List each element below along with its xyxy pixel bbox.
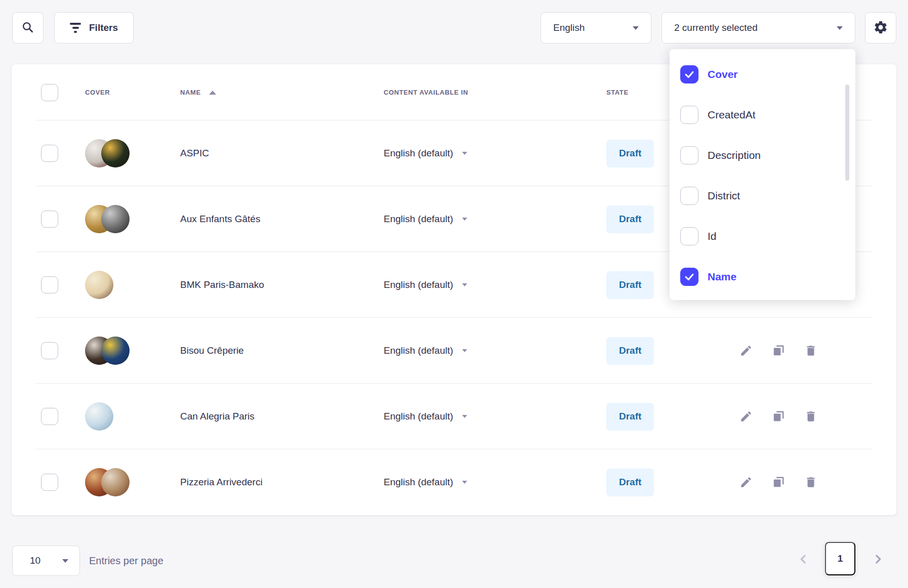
edit-button[interactable]: [739, 344, 753, 357]
copy-icon: [772, 410, 785, 423]
search-button[interactable]: [12, 12, 44, 44]
row-locale-value: English (default): [384, 279, 453, 290]
column-option[interactable]: Description: [670, 135, 855, 176]
select-all-checkbox[interactable]: [41, 84, 58, 101]
column-option[interactable]: Name: [670, 257, 855, 297]
column-option-checkbox[interactable]: [680, 227, 698, 245]
column-option-label: Description: [708, 149, 761, 161]
row-checkbox[interactable]: [41, 474, 58, 491]
row-actions: [733, 410, 896, 423]
row-checkbox[interactable]: [41, 276, 58, 293]
row-locale-value: English (default): [384, 345, 453, 356]
delete-button[interactable]: [804, 344, 817, 357]
search-icon: [21, 21, 34, 35]
entries-per-page-value: 10: [30, 555, 40, 566]
gear-icon: [873, 20, 888, 36]
copy-icon: [772, 344, 785, 357]
row-locale-select[interactable]: English (default): [384, 279, 606, 290]
column-visibility-select[interactable]: 2 currently selected: [662, 12, 855, 44]
entries-per-page-select[interactable]: 10: [12, 545, 80, 576]
row-checkbox[interactable]: [41, 145, 58, 162]
cover-avatars: [58, 468, 180, 496]
row-locale-select[interactable]: English (default): [384, 477, 606, 488]
row-locale-value: English (default): [384, 214, 453, 225]
column-visibility-dropdown: Cover CreatedAt Description District: [670, 49, 855, 300]
delete-button[interactable]: [804, 476, 817, 489]
filters-button[interactable]: Filters: [54, 12, 134, 44]
column-option-checkbox[interactable]: [680, 65, 698, 83]
chevron-down-icon: [462, 152, 467, 155]
status-badge: Draft: [606, 205, 654, 233]
cover-avatars: [58, 139, 180, 167]
table-row: Can Alegria Paris English (default) Draf…: [12, 384, 896, 449]
copy-icon: [772, 476, 785, 489]
edit-button[interactable]: [739, 476, 753, 489]
chevron-down-icon: [462, 415, 467, 418]
chevron-down-icon: [62, 559, 68, 563]
column-header-cover[interactable]: COVER: [85, 89, 110, 96]
row-locale-value: English (default): [384, 411, 453, 422]
duplicate-button[interactable]: [772, 476, 785, 489]
next-page-button[interactable]: [871, 552, 886, 567]
column-option-label: CreatedAt: [708, 109, 756, 121]
column-option-checkbox[interactable]: [680, 146, 698, 164]
chevron-down-icon: [462, 218, 467, 221]
row-locale-select[interactable]: English (default): [384, 345, 606, 356]
column-option-label: Cover: [708, 68, 738, 80]
row-checkbox[interactable]: [41, 408, 58, 425]
dropdown-scrollbar[interactable]: [845, 85, 849, 181]
chevron-down-icon: [462, 481, 467, 484]
row-checkbox[interactable]: [41, 211, 58, 228]
duplicate-button[interactable]: [772, 344, 785, 357]
row-locale-value: English (default): [384, 477, 453, 488]
row-locale-select[interactable]: English (default): [384, 411, 606, 422]
row-actions: [733, 476, 896, 489]
pencil-icon: [739, 344, 753, 357]
cover-avatars: [58, 402, 180, 431]
locale-select[interactable]: English: [541, 12, 651, 44]
pencil-icon: [739, 476, 753, 489]
column-option[interactable]: Cover: [670, 54, 855, 95]
column-option[interactable]: CreatedAt: [670, 95, 855, 135]
chevron-right-icon: [871, 561, 886, 568]
table-row: Pizzeria Arrivederci English (default) D…: [12, 449, 896, 515]
column-option-checkbox[interactable]: [680, 187, 698, 205]
row-name: Bisou Crêperie: [180, 345, 384, 356]
cover-avatars: [58, 205, 180, 233]
page-number: 1: [838, 553, 843, 564]
column-option[interactable]: Id: [670, 216, 855, 257]
chevron-down-icon: [633, 26, 639, 30]
column-option[interactable]: District: [670, 176, 855, 216]
cover-avatar: [101, 468, 130, 496]
edit-button[interactable]: [739, 410, 753, 423]
entries-per-page-label: Entries per page: [89, 545, 163, 576]
column-header-content-available-in[interactable]: CONTENT AVAILABLE IN: [384, 89, 606, 96]
sort-ascending-icon[interactable]: [209, 91, 216, 95]
cover-avatars: [58, 271, 180, 299]
column-option-label: District: [708, 190, 740, 202]
duplicate-button[interactable]: [772, 410, 785, 423]
status-badge: Draft: [606, 337, 654, 365]
row-checkbox[interactable]: [41, 342, 58, 359]
pencil-icon: [739, 410, 753, 423]
row-locale-select[interactable]: English (default): [384, 214, 606, 225]
column-header-name[interactable]: NAME: [180, 89, 201, 96]
column-option-checkbox[interactable]: [680, 106, 698, 124]
filter-icon: [70, 23, 81, 33]
chevron-down-icon: [462, 283, 467, 286]
cover-avatar: [101, 139, 130, 167]
page-1-button[interactable]: 1: [825, 542, 855, 575]
cover-avatar: [85, 271, 113, 299]
chevron-down-icon: [462, 349, 467, 352]
status-badge: Draft: [606, 271, 654, 299]
settings-button[interactable]: [865, 12, 896, 44]
row-locale-select[interactable]: English (default): [384, 148, 606, 159]
previous-page-button[interactable]: [796, 552, 811, 567]
delete-button[interactable]: [804, 410, 817, 423]
cover-avatar: [85, 402, 113, 431]
row-name: Pizzeria Arrivederci: [180, 477, 384, 488]
trash-icon: [804, 476, 817, 489]
column-option-checkbox[interactable]: [680, 268, 698, 286]
locale-select-value: English: [553, 22, 585, 33]
row-name: Aux Enfants Gâtés: [180, 214, 384, 225]
